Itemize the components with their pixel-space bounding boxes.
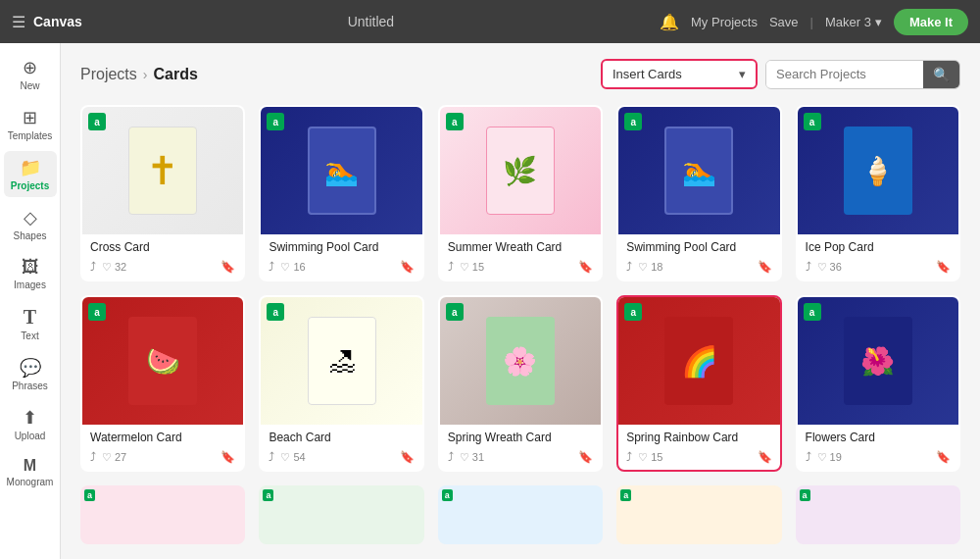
card-thumbnail: a ✝ (82, 107, 243, 234)
bookmark-icon[interactable]: 🔖 (578, 450, 593, 464)
beach-icon: 🏖 (328, 345, 356, 378)
sidebar: ⊕ New ⊞ Templates 📁 Projects ◇ Shapes 🖼 … (0, 43, 61, 559)
share-icon[interactable]: ⤴ (269, 260, 274, 274)
card-item[interactable]: a 🌸 Spring Wreath Card ⤴ ♡ 31 🔖 (438, 295, 603, 472)
sidebar-item-upload[interactable]: ⬆ Upload (4, 401, 57, 447)
text-icon: T (24, 306, 36, 329)
card-info: Summer Wreath Card ⤴ ♡ 15 🔖 (440, 234, 601, 280)
sidebar-item-label: Monogram (7, 477, 54, 487)
sidebar-item-text[interactable]: T Text (4, 300, 57, 347)
spring-icon: 🌸 (503, 345, 537, 378)
search-button[interactable]: 🔍 (923, 61, 959, 88)
share-icon[interactable]: ⤴ (448, 450, 454, 464)
sidebar-item-images[interactable]: 🖼 Images (4, 251, 57, 296)
my-projects-button[interactable]: My Projects (691, 15, 758, 29)
card-badge-partial: a (442, 489, 453, 501)
card-name: Flowers Card (806, 431, 951, 444)
sidebar-item-templates[interactable]: ⊞ Templates (4, 101, 57, 147)
share-icon[interactable]: ⤴ (626, 450, 632, 464)
heart-icon: ♡ (638, 451, 648, 464)
card-item[interactable]: a ✝ Cross Card ⤴ ♡ 32 🔖 (80, 105, 245, 281)
card-likes: ♡ 15 (638, 451, 662, 464)
watermelon-icon: 🍉 (146, 345, 180, 378)
card-info: Swimming Pool Card ⤴ ♡ 18 🔖 (618, 234, 779, 280)
card-thumbnail: a 🏊 (618, 107, 779, 234)
bookmark-icon[interactable]: 🔖 (400, 450, 415, 464)
sidebar-item-monogram[interactable]: M Monogram (4, 451, 57, 493)
card-item[interactable]: a 🏖 Beach Card ⤴ ♡ 54 🔖 (259, 295, 423, 472)
like-count: 18 (651, 261, 662, 273)
card-likes: ♡ 31 (460, 451, 484, 464)
menu-icon[interactable]: ☰ (12, 13, 25, 31)
save-button[interactable]: Save (769, 15, 799, 29)
maker-label: Maker 3 (825, 15, 871, 29)
card-item-partial[interactable]: a (616, 485, 781, 544)
cards-grid-row3-partial: a a a a a (80, 485, 960, 544)
like-count: 27 (115, 451, 126, 463)
card-item[interactable]: a 🏊 Swimming Pool Card ⤴ ♡ 18 🔖 (616, 105, 781, 281)
share-icon[interactable]: ⤴ (269, 450, 274, 464)
bell-icon[interactable]: 🔔 (660, 13, 679, 31)
card-item-partial[interactable]: a (438, 485, 603, 544)
card-item-selected[interactable]: a 🌈 Spring Rainbow Card ⤴ ♡ 15 🔖 (616, 295, 781, 472)
search-input[interactable] (766, 61, 923, 87)
heart-icon: ♡ (460, 451, 469, 464)
share-icon[interactable]: ⤴ (626, 260, 632, 274)
sidebar-item-new[interactable]: ⊕ New (4, 51, 57, 97)
card-visual: 🏊 (664, 127, 733, 215)
card-badge: a (446, 303, 464, 321)
card-item[interactable]: a 🍦 Ice Pop Card ⤴ ♡ 36 🔖 (796, 105, 960, 281)
card-likes: ♡ 36 (817, 261, 842, 274)
make-it-button[interactable]: Make It (894, 9, 968, 35)
card-badge: a (804, 303, 821, 321)
card-item[interactable]: a 🍉 Watermelon Card ⤴ ♡ 27 🔖 (80, 295, 245, 472)
maker-selector[interactable]: Maker 3 ▾ (825, 15, 882, 29)
like-count: 15 (651, 451, 662, 463)
cards-grid-row2: a 🍉 Watermelon Card ⤴ ♡ 27 🔖 (80, 295, 960, 472)
icepop-icon: 🍦 (860, 155, 895, 187)
bookmark-icon[interactable]: 🔖 (400, 260, 415, 274)
card-visual: 🌸 (486, 317, 555, 405)
sidebar-item-shapes[interactable]: ◇ Shapes (4, 201, 57, 247)
like-count: 16 (293, 261, 305, 273)
filter-dropdown[interactable]: Insert Cards ▾ (601, 59, 758, 89)
like-count: 32 (115, 261, 126, 273)
card-actions: ⤴ ♡ 15 🔖 (626, 448, 771, 466)
topbar-left: ☰ Canvas (12, 13, 82, 31)
card-item-partial[interactable]: a (796, 485, 960, 544)
breadcrumb-separator: › (143, 67, 148, 82)
bookmark-icon[interactable]: 🔖 (936, 260, 951, 274)
share-icon[interactable]: ⤴ (806, 260, 811, 274)
card-item[interactable]: a 🌿 Summer Wreath Card ⤴ ♡ 15 🔖 (438, 105, 603, 281)
card-thumbnail: a 🌸 (440, 297, 601, 425)
share-icon[interactable]: ⤴ (90, 260, 96, 274)
filter-dropdown-label: Insert Cards (612, 67, 682, 81)
like-count: 15 (472, 261, 484, 273)
bookmark-icon[interactable]: 🔖 (758, 450, 772, 464)
like-count: 19 (830, 451, 842, 463)
sidebar-item-label: New (20, 80, 39, 91)
share-icon[interactable]: ⤴ (90, 450, 96, 464)
bookmark-icon[interactable]: 🔖 (578, 260, 593, 274)
card-item[interactable]: a 🏊 Swimming Pool Card ⤴ ♡ 16 🔖 (259, 105, 423, 281)
share-icon[interactable]: ⤴ (448, 260, 454, 274)
bookmark-icon[interactable]: 🔖 (758, 260, 772, 274)
breadcrumb-parent[interactable]: Projects (80, 66, 137, 83)
bookmark-icon[interactable]: 🔖 (220, 260, 235, 274)
bookmark-icon[interactable]: 🔖 (936, 450, 951, 464)
card-item[interactable]: a 🌺 Flowers Card ⤴ ♡ 19 🔖 (796, 295, 960, 472)
sidebar-item-phrases[interactable]: 💬 Phrases (4, 351, 57, 397)
topbar-right: 🔔 My Projects Save | Maker 3 ▾ Make It (660, 9, 968, 35)
chevron-down-icon: ▾ (875, 15, 882, 29)
like-count: 31 (472, 451, 484, 463)
share-icon[interactable]: ⤴ (806, 450, 811, 464)
sidebar-item-projects[interactable]: 📁 Projects (4, 151, 57, 197)
card-item-partial[interactable]: a (259, 485, 423, 544)
bookmark-icon[interactable]: 🔖 (220, 450, 235, 464)
card-item-partial[interactable]: a (80, 485, 245, 544)
card-likes: ♡ 16 (280, 261, 305, 274)
card-likes: ♡ 15 (460, 261, 484, 274)
search-box: 🔍 (765, 60, 960, 89)
divider: | (810, 15, 813, 29)
card-info: Spring Rainbow Card ⤴ ♡ 15 🔖 (618, 425, 779, 470)
